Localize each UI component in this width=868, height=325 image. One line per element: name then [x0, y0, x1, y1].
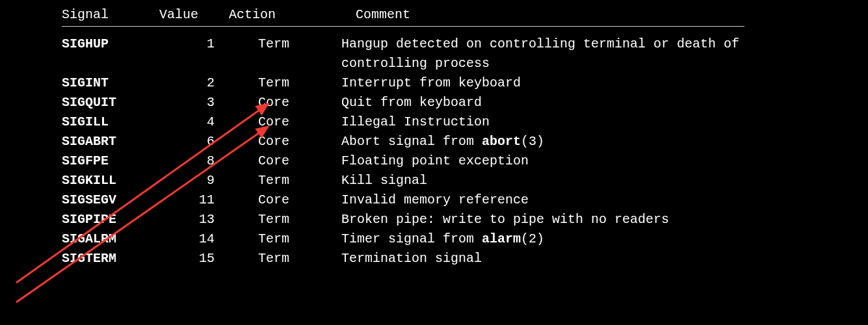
header-rule	[62, 26, 744, 27]
cell-signal: SIGINT	[62, 73, 159, 93]
header-comment: Comment	[356, 5, 744, 25]
table-row: SIGINT2TermInterrupt from keyboard	[62, 73, 744, 93]
table-row: SIGHUP1TermHangup detected on controllin…	[62, 34, 744, 73]
cell-comment: Hangup detected on controlling terminal …	[341, 34, 744, 73]
cell-value: 3	[159, 93, 215, 112]
cell-action: Core	[215, 93, 289, 112]
cell-comment: Abort signal from abort(3)	[341, 132, 744, 151]
cell-comment: Termination signal	[341, 249, 744, 268]
cell-comment: Interrupt from keyboard	[341, 73, 744, 93]
cell-comment: Broken pipe: write to pipe with no reade…	[341, 210, 744, 229]
cell-value: 11	[159, 190, 215, 210]
cell-signal: SIGILL	[62, 112, 159, 132]
cell-action: Core	[215, 132, 289, 151]
cell-signal: SIGKILL	[62, 171, 159, 190]
table-row: SIGSEGV11CoreInvalid memory reference	[62, 190, 744, 210]
table-row: SIGABRT6CoreAbort signal from abort(3)	[62, 132, 744, 151]
table-row: SIGILL4CoreIllegal Instruction	[62, 112, 744, 132]
cell-comment: Invalid memory reference	[341, 190, 744, 210]
header-signal: Signal	[62, 5, 159, 25]
cell-value: 15	[159, 249, 215, 268]
cell-signal: SIGABRT	[62, 132, 159, 151]
cell-value: 8	[159, 151, 215, 171]
cell-action: Term	[215, 229, 289, 249]
cell-value: 2	[159, 73, 215, 93]
cell-signal: SIGALRM	[62, 229, 159, 249]
cell-signal: SIGQUIT	[62, 93, 159, 112]
table-row: SIGQUIT3CoreQuit from keyboard	[62, 93, 744, 112]
table-header-row: Signal Value Action Comment	[62, 5, 744, 25]
table-row: SIGALRM14TermTimer signal from alarm(2)	[62, 229, 744, 249]
cell-action: Term	[215, 34, 289, 54]
cell-signal: SIGFPE	[62, 151, 159, 171]
cell-action: Term	[215, 73, 289, 93]
cell-comment: Kill signal	[341, 171, 744, 190]
table-row: SIGPIPE13TermBroken pipe: write to pipe …	[62, 210, 744, 229]
cell-comment: Quit from keyboard	[341, 93, 744, 112]
cell-value: 1	[159, 34, 215, 54]
cell-action: Core	[215, 151, 289, 171]
cell-action: Term	[215, 171, 289, 190]
cell-value: 13	[159, 210, 215, 229]
header-action: Action	[215, 5, 304, 25]
table-row: SIGTERM15TermTermination signal	[62, 249, 744, 268]
cell-action: Term	[215, 249, 289, 268]
table-row: SIGFPE8CoreFloating point exception	[62, 151, 744, 171]
cell-comment: Timer signal from alarm(2)	[341, 229, 744, 249]
signal-table: Signal Value Action Comment SIGHUP1TermH…	[62, 5, 744, 268]
cell-signal: SIGHUP	[62, 34, 159, 54]
table-row: SIGKILL9TermKill signal	[62, 171, 744, 190]
cell-action: Core	[215, 112, 289, 132]
cell-value: 14	[159, 229, 215, 249]
cell-action: Term	[215, 210, 289, 229]
cell-signal: SIGSEGV	[62, 190, 159, 210]
cell-value: 9	[159, 171, 215, 190]
cell-action: Core	[215, 190, 289, 210]
cell-comment: Illegal Instruction	[341, 112, 744, 132]
cell-value: 6	[159, 132, 215, 151]
cell-signal: SIGPIPE	[62, 210, 159, 229]
cell-value: 4	[159, 112, 215, 132]
cell-comment: Floating point exception	[341, 151, 744, 171]
header-value: Value	[159, 5, 215, 25]
cell-signal: SIGTERM	[62, 249, 159, 268]
